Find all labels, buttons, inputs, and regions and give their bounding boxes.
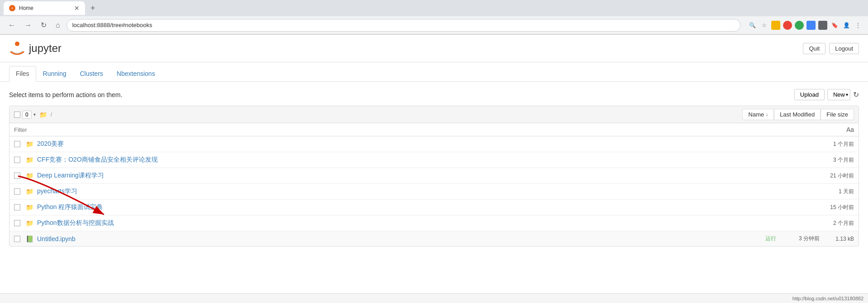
tab-bar: Home ✕ +	[0, 0, 868, 16]
file-meta-6: 运行 3 分钟前 1.13 kB	[765, 235, 854, 242]
bookmark-icon[interactable]: 🔖	[830, 21, 839, 30]
search-icon[interactable]: 🔍	[748, 21, 757, 30]
header-buttons: Quit Logout	[803, 43, 859, 54]
file-time-2: 21 小时前	[818, 172, 854, 180]
folder-icon-3: 📁	[26, 188, 33, 195]
new-tab-button[interactable]: +	[87, 2, 99, 15]
file-checkbox-1[interactable]	[14, 157, 20, 163]
filter-icons: Aa	[846, 126, 854, 133]
reload-button[interactable]: ↻	[38, 19, 49, 31]
file-meta-4: 15 小时前	[818, 204, 854, 211]
new-button[interactable]: New ▾	[827, 89, 850, 100]
select-dropdown-arrow[interactable]: ▾	[33, 112, 36, 117]
col-name-label: Name	[748, 111, 764, 118]
folder-icon-5: 📁	[26, 219, 33, 227]
new-button-arrow: ▾	[846, 92, 848, 97]
file-row: 📁 2020美赛 1 个月前	[9, 136, 859, 152]
breadcrumb-separator: /	[51, 111, 52, 118]
back-button[interactable]: ←	[5, 19, 18, 31]
folder-icon: 📁	[39, 111, 47, 118]
file-checkbox-3[interactable]	[14, 188, 20, 195]
file-checkbox-5[interactable]	[14, 220, 20, 226]
filter-case-icon[interactable]: Aa	[846, 126, 854, 133]
folder-icon-0: 📁	[26, 140, 33, 148]
quit-button[interactable]: Quit	[803, 43, 826, 54]
menu-icon[interactable]: ⋮	[854, 21, 863, 30]
table-header: 0 ▾ 📁 / Name ↓ Last Modified File size	[9, 106, 859, 123]
file-row: 📁 pyecharts学习 1 天前	[9, 184, 859, 200]
content-header: Select items to perform actions on them.…	[9, 89, 859, 100]
browser-icons: 🔍 ☆ 🔖 👤 ⋮	[748, 21, 863, 30]
file-name-4[interactable]: Python 程序猿面试宝典	[37, 203, 814, 211]
nav-tabs: Files Running Clusters Nbextensions	[0, 66, 868, 82]
browser-tab[interactable]: Home ✕	[4, 1, 85, 15]
notebook-icon-6: 📗	[26, 235, 33, 242]
action-buttons: Upload New ▾ ↻	[794, 89, 859, 100]
file-row: 📁 Python 程序猿面试宝典 15 小时前	[9, 200, 859, 215]
tab-favicon	[9, 5, 15, 11]
upload-button[interactable]: Upload	[794, 89, 825, 100]
tab-running[interactable]: Running	[36, 66, 73, 81]
tab-close-button[interactable]: ✕	[74, 5, 80, 12]
select-text: Select items to perform actions on them.	[9, 91, 123, 98]
tab-files[interactable]: Files	[9, 66, 36, 82]
status-url: http://blog.csdn.net/u013180882	[793, 296, 863, 301]
new-button-label: New	[833, 91, 845, 98]
file-time-4: 15 小时前	[818, 204, 854, 211]
file-name-2[interactable]: Deep Learning课程学习	[37, 172, 814, 180]
home-button[interactable]: ⌂	[53, 19, 63, 31]
file-row: 📗 Untitled.ipynb 运行 3 分钟前 1.13 kB	[9, 231, 859, 246]
refresh-button[interactable]: ↻	[853, 90, 859, 99]
file-checkbox-6[interactable]	[14, 236, 20, 242]
col-file-size-header[interactable]: File size	[821, 109, 854, 120]
file-row: 📁 Python数据分析与挖掘实战 2 个月前	[9, 215, 859, 231]
col-name-header[interactable]: Name ↓	[742, 109, 774, 120]
selected-count: 0	[22, 111, 32, 119]
col-last-modified-header[interactable]: Last Modified	[774, 109, 821, 120]
file-checkbox-2[interactable]	[14, 172, 20, 179]
jupyter-logo-text: jupyter	[29, 42, 61, 55]
profile-icon[interactable]: 👤	[842, 21, 851, 30]
file-meta-1: 3 个月前	[818, 156, 854, 164]
file-checkbox-0[interactable]	[14, 141, 20, 147]
url-bar[interactable]: localhost:8888/tree#notebooks	[66, 19, 741, 32]
file-time-5: 2 个月前	[818, 219, 854, 227]
jupyter-logo-icon	[9, 40, 25, 56]
file-name-1[interactable]: CFF竞赛：O2O商铺食品安全相关评论发现	[37, 156, 814, 164]
app-header: jupyter Quit Logout	[0, 35, 868, 62]
file-time-0: 1 个月前	[818, 140, 854, 148]
file-name-6[interactable]: Untitled.ipynb	[37, 235, 762, 242]
ext2-icon	[818, 21, 827, 30]
file-checkbox-4[interactable]	[14, 204, 20, 210]
file-meta-0: 1 个月前	[818, 140, 854, 148]
url-text: localhost:8888/tree#notebooks	[72, 22, 152, 28]
filter-input[interactable]	[14, 126, 846, 133]
file-time-3: 1 天前	[818, 188, 854, 196]
tab-clusters[interactable]: Clusters	[73, 66, 110, 81]
file-name-0[interactable]: 2020美赛	[37, 140, 814, 148]
folder-icon-4: 📁	[26, 204, 33, 211]
file-name-5[interactable]: Python数据分析与挖掘实战	[37, 219, 814, 227]
file-meta-3: 1 天前	[818, 188, 854, 196]
col-headers: Name ↓ Last Modified File size	[742, 109, 854, 120]
content-area: Select items to perform actions on them.…	[0, 82, 868, 254]
forward-button[interactable]: →	[22, 19, 34, 31]
file-meta-2: 21 小时前	[818, 172, 854, 180]
file-name-3[interactable]: pyecharts学习	[37, 187, 814, 196]
extensions-icon	[771, 21, 780, 30]
address-bar: ← → ↻ ⌂ localhost:8888/tree#notebooks 🔍 …	[0, 16, 868, 34]
file-time-6: 3 分钟前	[783, 235, 820, 242]
chrome-icon	[783, 21, 792, 30]
file-size-6: 1.13 kB	[827, 236, 854, 242]
logout-button[interactable]: Logout	[829, 43, 859, 54]
select-all-checkbox[interactable]	[14, 112, 20, 118]
select-all-area: 0 ▾	[14, 111, 36, 119]
tab-nbextensions[interactable]: Nbextensions	[110, 66, 162, 81]
tab-title: Home	[19, 5, 71, 11]
file-status-6: 运行	[765, 235, 776, 242]
bookmark-star-icon[interactable]: ☆	[760, 21, 769, 30]
file-row: 📁 CFF竞赛：O2O商铺食品安全相关评论发现 3 个月前	[9, 152, 859, 168]
status-bar: http://blog.csdn.net/u013180882	[0, 293, 868, 303]
folder-icon-1: 📁	[26, 156, 33, 163]
file-table: 0 ▾ 📁 / Name ↓ Last Modified File size	[9, 106, 859, 247]
